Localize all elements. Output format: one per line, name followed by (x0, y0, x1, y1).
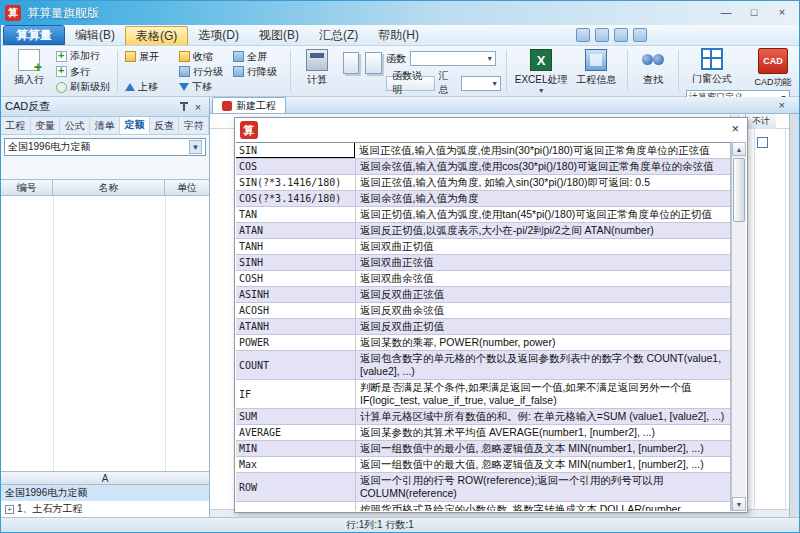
menu-tab-summary[interactable]: 汇总(Z) (309, 26, 368, 45)
function-row[interactable]: Max 返回一组数值中的最大值, 忽略逻辑值及文本 MIN(number1, [… (236, 457, 730, 473)
project-info-button[interactable]: 工程信息 (570, 49, 622, 87)
function-name-cell[interactable]: ASINH (236, 287, 356, 302)
row-upgrade-button[interactable]: 行分级 (177, 65, 231, 79)
maximize-button[interactable]: □ (741, 4, 767, 22)
function-row[interactable]: MIN 返回一组数值中的最小值, 忽略逻辑值及文本 MIN(number1, [… (236, 441, 730, 457)
panel-close-icon[interactable]: × (191, 100, 205, 114)
function-name-cell[interactable]: TANH (236, 239, 356, 254)
formula-card-icon-2[interactable] (365, 52, 382, 74)
function-name-cell[interactable]: COSH (236, 271, 356, 286)
function-row[interactable]: ASINH 返回反双曲正弦值 (236, 287, 730, 303)
function-name-cell[interactable]: POWER (236, 335, 356, 350)
move-down-button[interactable]: 下移 (177, 80, 231, 94)
quick-access-icon-2[interactable] (595, 28, 609, 42)
function-row[interactable]: AVERAGE 返回某参数的其算术平均值 AVERAGE(number1, [n… (236, 425, 730, 441)
move-up-button[interactable]: 上移 (123, 80, 177, 94)
function-row[interactable]: COUNT 返回包含数字的单元格的个数以及返回参数列表中的数字个数 COUNT(… (236, 351, 730, 380)
quota-grid-body[interactable] (1, 196, 209, 471)
function-row[interactable]: ATAN 返回反正切值,以弧度表示,大小在-pi/2到pi/2之间 ATAN(n… (236, 223, 730, 239)
menu-tab-edit[interactable]: 编辑(B) (65, 26, 125, 45)
refresh-level-button[interactable]: 刷新级别 (54, 80, 112, 94)
collapse-button[interactable]: 收缩 (177, 50, 231, 64)
menu-tab-options[interactable]: 选项(D) (188, 26, 249, 45)
tab-new-project[interactable]: 新建工程 (212, 97, 286, 113)
add-row-button[interactable]: 添加行 (54, 49, 112, 63)
function-name-cell[interactable]: ROW (236, 473, 356, 501)
column-header-name[interactable]: 名称 (53, 180, 165, 195)
function-row[interactable]: ACOSH 返回反双曲余弦值 (236, 303, 730, 319)
function-help-button[interactable]: 函数说明 (386, 76, 434, 91)
close-button[interactable]: × (769, 4, 795, 22)
function-combobox[interactable]: ▼ (410, 51, 496, 66)
tree-item-earthwork[interactable]: + 1、土石方工程 (1, 501, 209, 517)
function-name-cell[interactable]: COUNT (236, 351, 356, 379)
expand-plus-icon[interactable]: + (5, 505, 14, 514)
tab-formula[interactable]: 公式 (60, 117, 90, 134)
function-name-cell[interactable]: IF (236, 380, 356, 408)
function-name-cell[interactable]: SIN (236, 142, 355, 158)
app-menu-button[interactable]: 算算量 (3, 25, 65, 45)
tab-close-icon[interactable]: × (779, 99, 785, 111)
dialog-close-icon[interactable]: × (731, 121, 739, 136)
quota-select[interactable]: 全国1996电力定额 ▼ (4, 138, 206, 156)
function-name-cell[interactable]: AVERAGE (236, 425, 356, 440)
function-row[interactable]: ATANH 返回反双曲正切值 (236, 319, 730, 335)
tab-variable[interactable]: 变量 (31, 117, 61, 134)
function-row[interactable]: IF 判断是否满足某个条件,如果满足返回一个值,如果不满足返回另外一个值 IF(… (236, 380, 730, 409)
fullscreen-button[interactable]: 全屏 (231, 50, 285, 64)
function-name-cell[interactable]: DOLLAR (236, 502, 356, 511)
scrollbar-thumb[interactable] (733, 158, 745, 222)
quick-access-icon-3[interactable] (614, 28, 628, 42)
summary-combobox[interactable]: ▼ (461, 76, 502, 91)
quick-access-icon-1[interactable] (576, 28, 590, 42)
function-row[interactable]: COS 返回余弦值,输入值为弧度,使用cos(30*pi()/180)可返回正常… (236, 159, 730, 175)
row-downgrade-button[interactable]: 行降级 (231, 65, 285, 79)
pin-icon[interactable] (177, 100, 191, 114)
function-row[interactable]: COSH 返回双曲余弦值 (236, 271, 730, 287)
column-header-unit[interactable]: 单位 (165, 180, 209, 195)
scroll-up-icon[interactable]: ▲ (732, 142, 746, 156)
excel-process-button[interactable]: X EXCEL处理 ▼ (512, 49, 570, 94)
expand-button[interactable]: 展开 (123, 50, 177, 64)
function-name-cell[interactable]: ACOSH (236, 303, 356, 318)
function-name-cell[interactable]: COS (236, 159, 356, 174)
multi-row-button[interactable]: 多行 (54, 65, 112, 79)
function-row[interactable]: POWER 返回某数的乘幂, POWER(number, power) (236, 335, 730, 351)
calculate-button[interactable]: 计算 (296, 49, 339, 87)
function-row[interactable]: ROW 返回一个引用的行号 ROW(reference);返回一个引用的列号可以… (236, 473, 730, 502)
quick-access-icon-4[interactable] (633, 28, 647, 42)
tab-character[interactable]: 字符 (179, 117, 209, 134)
function-row[interactable]: SUM 计算单元格区域中所有数值的和。例: 在单元格输入=SUM (value1… (236, 409, 730, 425)
door-window-formula-button[interactable]: 门窗公式 (686, 48, 738, 89)
function-name-cell[interactable]: SIN(?*3.1416/180) (236, 175, 356, 190)
menu-tab-help[interactable]: 帮助(H) (368, 26, 429, 45)
column-header-code[interactable]: 编号 (1, 180, 53, 195)
minimize-button[interactable]: — (713, 4, 739, 22)
insert-row-button[interactable]: 插入行 (6, 49, 52, 87)
tab-list[interactable]: 清单 (90, 117, 120, 134)
tab-project[interactable]: 工程 (1, 117, 31, 134)
function-name-cell[interactable]: TAN (236, 207, 356, 222)
menu-tab-table[interactable]: 表格(G) (125, 26, 188, 45)
tree-item-root[interactable]: 全国1996电力定额 (1, 485, 209, 501)
function-name-cell[interactable]: Max (236, 457, 356, 472)
function-row[interactable]: TANH 返回双曲正切值 (236, 239, 730, 255)
column-header-nocalc[interactable]: 不计 (745, 114, 776, 129)
find-button[interactable]: 查找 (633, 49, 673, 87)
function-row[interactable]: TAN 返回正切值,输入值为弧度,使用tan(45*pi()/180)可返回正常… (236, 207, 730, 223)
formula-card-icon-1[interactable] (343, 52, 360, 74)
function-row[interactable]: SIN(?*3.1416/180) 返回正弦值,输入值为角度, 如输入sin(3… (236, 175, 730, 191)
function-row[interactable]: SIN 返回正弦值,输入值为弧度,使用sin(30*pi()/180)可返回正常… (236, 143, 730, 159)
tab-lookup[interactable]: 反查 (150, 117, 180, 134)
function-name-cell[interactable]: ATANH (236, 319, 356, 334)
function-row[interactable]: DOLLAR 按照货币格式及给定的小数位数, 将数字转换成文本 DOLLAR(n… (236, 502, 730, 511)
tab-quota[interactable]: 定额 (120, 117, 150, 134)
function-name-cell[interactable]: SUM (236, 409, 356, 424)
dialog-vertical-scrollbar[interactable]: ▲ ▼ (731, 142, 746, 511)
function-row[interactable]: SINH 返回双曲正弦值 (236, 255, 730, 271)
function-name-cell[interactable]: SINH (236, 255, 356, 270)
cad-function-button[interactable]: CAD CAD功能 (750, 48, 796, 89)
scroll-down-icon[interactable]: ▼ (732, 497, 746, 511)
menu-tab-view[interactable]: 视图(B) (249, 26, 309, 45)
function-row[interactable]: COS(?*3.1416/180) 返回余弦值,输入值为角度 (236, 191, 730, 207)
